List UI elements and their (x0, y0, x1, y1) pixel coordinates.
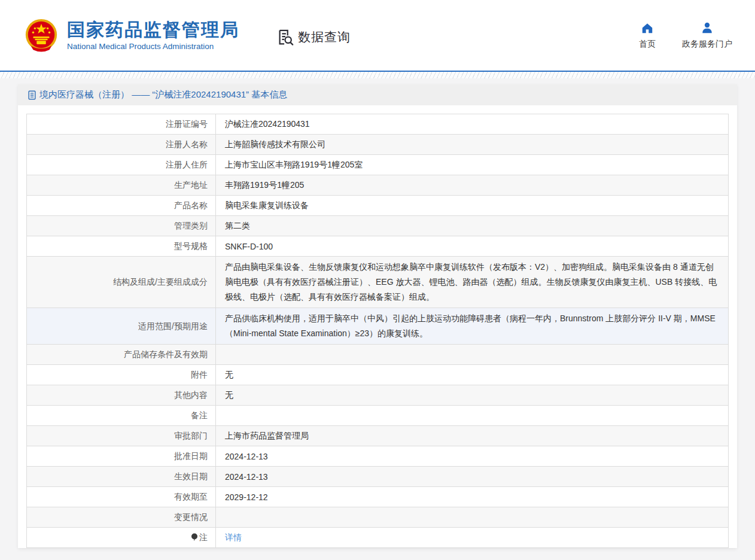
field-value: 无 (216, 365, 729, 385)
table-row: 有效期至2029-12-12 (27, 487, 729, 507)
document-icon (28, 90, 36, 100)
field-label: 备注 (27, 406, 216, 426)
field-label: 适用范围/预期用途 (27, 308, 216, 345)
national-emblem-logo (23, 17, 60, 54)
page-title-bar: 境内医疗器械（注册） —— “沪械注准20242190431” 基本信息 (18, 84, 737, 105)
site-subtitle: National Medical Products Administration (67, 42, 239, 51)
brand-text: 国家药品监督管理局 National Medical Products Admi… (67, 20, 239, 51)
field-value: SNKF-D-100 (216, 236, 729, 257)
field-value (216, 507, 729, 528)
site-title: 国家药品监督管理局 (67, 20, 239, 40)
field-label: 批准日期 (27, 446, 216, 467)
field-value: 无 (216, 385, 729, 406)
field-value: 2029-12-12 (216, 487, 729, 507)
field-label: 注 (27, 528, 216, 548)
registration-table-body: 注册证编号沪械注准20242190431注册人名称上海韶脑传感技术有限公司注册人… (27, 114, 729, 548)
field-label: 有效期至 (27, 487, 216, 507)
field-label: 注册人名称 (27, 135, 216, 155)
page-title: 境内医疗器械（注册） —— “沪械注准20242190431” 基本信息 (39, 89, 287, 101)
table-row: 产品名称脑电采集康复训练设备 (27, 196, 729, 216)
balloon-icon (191, 533, 198, 541)
table-row: 批准日期2024-12-13 (27, 446, 729, 467)
table-row: 审批部门上海市药品监督管理局 (27, 426, 729, 446)
nav-item-home[interactable]: 首页 (639, 22, 656, 50)
table-row: 型号规格SNKF-D-100 (27, 236, 729, 257)
data-query-section[interactable]: 数据查询 (276, 28, 351, 46)
field-label: 其他内容 (27, 385, 216, 406)
nav-label-portal: 政务服务门户 (682, 39, 732, 50)
field-label: 审批部门 (27, 426, 216, 446)
field-label: 型号规格 (27, 236, 216, 257)
user-icon (701, 22, 714, 35)
field-value: 第二类 (216, 216, 729, 236)
document-search-icon (276, 28, 294, 46)
registration-table-wrap: 注册证编号沪械注准20242190431注册人名称上海韶脑传感技术有限公司注册人… (18, 105, 737, 556)
field-value: 脑电采集康复训练设备 (216, 196, 729, 216)
table-row: 产品储存条件及有效期 (27, 345, 729, 365)
detail-card: 境内医疗器械（注册） —— “沪械注准20242190431” 基本信息 注册证… (18, 84, 737, 548)
field-value: 产品由脑电采集设备、生物反馈康复仪和运动想象脑卒中康复训练软件（发布版本：V2）… (216, 257, 729, 308)
table-row: 生产地址丰翔路1919号1幢205 (27, 175, 729, 196)
field-label: 管理类别 (27, 216, 216, 236)
field-label: 变更情况 (27, 507, 216, 528)
table-row: 生效日期2024-12-13 (27, 467, 729, 487)
site-header: 国家药品监督管理局 National Medical Products Admi… (0, 0, 755, 71)
field-label: 结构及组成/主要组成成分 (27, 257, 216, 308)
data-query-label: 数据查询 (298, 29, 351, 45)
field-value: 产品供临床机构使用，适用于脑卒中（中风）引起的上肢运动功能障碍患者（病程一年内，… (216, 308, 729, 345)
hatch-strip (0, 72, 755, 78)
nav-item-portal[interactable]: 政务服务门户 (682, 22, 732, 50)
field-value (216, 406, 729, 426)
field-label: 附件 (27, 365, 216, 385)
details-link[interactable]: 详情 (225, 532, 242, 542)
table-row: 其他内容无 (27, 385, 729, 406)
table-row: 注册人名称上海韶脑传感技术有限公司 (27, 135, 729, 155)
field-label: 产品储存条件及有效期 (27, 345, 216, 365)
field-label: 产品名称 (27, 196, 216, 216)
table-row: 适用范围/预期用途产品供临床机构使用，适用于脑卒中（中风）引起的上肢运动功能障碍… (27, 308, 729, 345)
field-value: 2024-12-13 (216, 467, 729, 487)
field-label: 注册人住所 (27, 155, 216, 175)
field-value: 丰翔路1919号1幢205 (216, 175, 729, 196)
header-nav: 首页 政务服务门户 (639, 22, 732, 50)
home-icon (641, 22, 654, 35)
field-label: 生效日期 (27, 467, 216, 487)
brand[interactable]: 国家药品监督管理局 National Medical Products Admi… (23, 17, 239, 54)
field-label: 生产地址 (27, 175, 216, 196)
table-row: 备注 (27, 406, 729, 426)
nav-label-home: 首页 (639, 39, 656, 50)
table-row: 附件无 (27, 365, 729, 385)
table-row: 变更情况 (27, 507, 729, 528)
field-value: 上海市宝山区丰翔路1919号1幢205室 (216, 155, 729, 175)
field-value (216, 345, 729, 365)
field-label: 注册证编号 (27, 114, 216, 135)
field-value: 上海韶脑传感技术有限公司 (216, 135, 729, 155)
table-row: 结构及组成/主要组成成分产品由脑电采集设备、生物反馈康复仪和运动想象脑卒中康复训… (27, 257, 729, 308)
table-row: 注册人住所上海市宝山区丰翔路1919号1幢205室 (27, 155, 729, 175)
table-row: 注详情 (27, 528, 729, 548)
field-value: 详情 (216, 528, 729, 548)
field-value: 沪械注准20242190431 (216, 114, 729, 135)
field-value: 上海市药品监督管理局 (216, 426, 729, 446)
registration-table: 注册证编号沪械注准20242190431注册人名称上海韶脑传感技术有限公司注册人… (26, 114, 729, 548)
table-row: 管理类别第二类 (27, 216, 729, 236)
field-value: 2024-12-13 (216, 446, 729, 467)
table-row: 注册证编号沪械注准20242190431 (27, 114, 729, 135)
